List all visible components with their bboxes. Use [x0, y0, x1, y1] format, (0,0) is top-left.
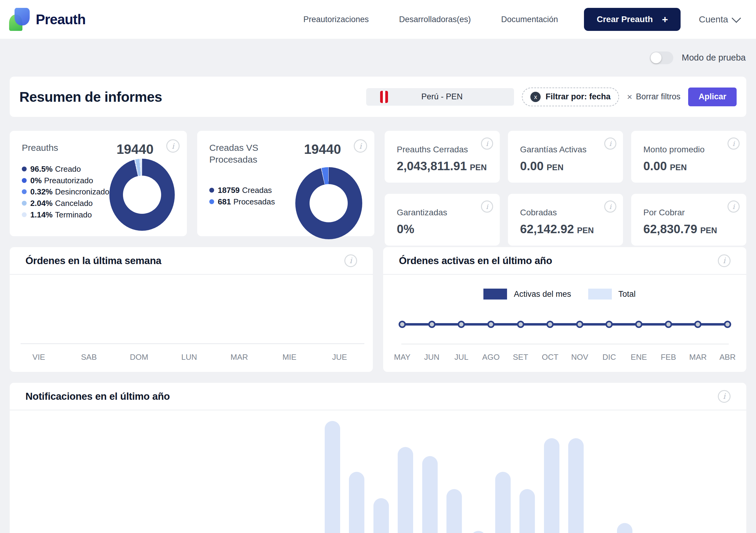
week-orders-card: Órdenes en la última semana i VIESABDOML…: [10, 247, 373, 372]
summary-row: Preauths 19440 i 96.5%Creado0%Preautoriz…: [10, 131, 746, 236]
stat-unit: PEN: [700, 226, 717, 235]
stat-value: 0%: [397, 222, 414, 236]
stat-value: 2,043,811.91: [397, 159, 467, 173]
remove-filter-icon[interactable]: x: [530, 92, 541, 102]
clear-filters-label: Borrar filtros: [636, 92, 680, 101]
legend-dot: [209, 199, 214, 204]
apply-button[interactable]: Aplicar: [688, 88, 737, 106]
axis-tick-label: VIE: [32, 353, 45, 362]
line-point: [635, 321, 642, 328]
line-point: [694, 321, 701, 328]
legend-item: 2.04%Cancelado: [22, 198, 109, 209]
axis-tick-label: MIE: [282, 353, 296, 362]
info-icon[interactable]: i: [604, 138, 616, 149]
axis-tick-label: DIC: [603, 353, 616, 362]
stat-value: 0.00: [520, 159, 544, 173]
info-icon[interactable]: i: [481, 200, 493, 213]
chart-title: Órdenes activas en el último año: [399, 255, 552, 267]
stat-title: Preauths Cerradas: [397, 145, 488, 154]
legend-item: 96.5%Creado: [22, 164, 109, 175]
nav-item-preautorizaciones[interactable]: Preautorizaciones: [303, 15, 368, 24]
axis-tick-label: NOV: [571, 353, 588, 362]
account-menu[interactable]: Cuenta: [699, 14, 740, 25]
nav-item-desarrolladoras[interactable]: Desarrolladoras(es): [399, 15, 471, 24]
legend-dot: [22, 167, 27, 172]
x-axis-labels: VIESABDOMLUNMARMIEJUE: [39, 353, 339, 361]
legend-dot: [209, 188, 214, 193]
account-label: Cuenta: [699, 14, 728, 25]
report-header-card: Resumen de informes Perú - PEN x Filtrar…: [10, 77, 746, 117]
axis-tick-label: DOM: [130, 353, 148, 362]
stat-card-preauths-cerradas: i Preauths Cerradas 2,043,811.91PEN: [385, 131, 500, 183]
stat-unit: PEN: [670, 163, 687, 172]
stat-card-garantizadas: i Garantizadas 0%: [385, 194, 500, 246]
notification-bar: [568, 438, 584, 533]
filter-by-date-chip[interactable]: x Filtrar por: fecha: [522, 88, 619, 106]
axis-tick-label: JUL: [454, 353, 468, 362]
filter-bar: Perú - PEN x Filtrar por: fecha × Borrar…: [366, 88, 737, 106]
nav-item-documentacion[interactable]: Documentación: [501, 15, 558, 24]
create-preauth-button[interactable]: Crear Preauth +: [584, 8, 681, 31]
year-active-orders-plot: Activas del mes Total MAYJUNJULAGOSETOCT…: [383, 275, 746, 372]
axis-tick-label: JUN: [424, 353, 440, 362]
line-point: [399, 321, 406, 328]
country-currency-label: Perú - PEN: [388, 92, 496, 101]
country-currency-selector[interactable]: Perú - PEN: [366, 88, 514, 106]
chart-legend: Activas del mes Total: [383, 289, 746, 300]
info-icon[interactable]: i: [354, 139, 367, 153]
logo-icon: [9, 8, 30, 31]
info-icon[interactable]: i: [604, 200, 616, 213]
line-point: [606, 321, 613, 328]
preauths-total: 19440: [117, 142, 175, 157]
notification-bar: [544, 438, 559, 533]
info-icon[interactable]: i: [166, 139, 179, 153]
preauths-legend: 96.5%Creado0%Preautorizado0.32%Desincron…: [22, 164, 109, 221]
test-mode-toggle[interactable]: [650, 51, 673, 64]
logo-text: Preauth: [36, 11, 85, 28]
info-icon[interactable]: i: [728, 200, 740, 213]
chart-title: Notificaciones en el último año: [25, 391, 170, 402]
test-mode-row: Modo de prueba: [0, 39, 756, 77]
line-point: [665, 321, 672, 328]
stats-grid: i Preauths Cerradas 2,043,811.91PEN i Ga…: [385, 131, 746, 236]
legend-item: 1.14%Terminado: [22, 209, 109, 221]
clear-filters-button[interactable]: × Borrar filtros: [627, 92, 681, 102]
stat-card-por-cobrar: i Por Cobrar 62,830.79PEN: [631, 194, 746, 246]
plus-icon: +: [662, 14, 668, 25]
stat-title: Por Cobrar: [643, 208, 734, 217]
line-series: [402, 320, 728, 328]
legend-dot: [22, 189, 27, 194]
notification-bar: [325, 421, 340, 533]
app-logo[interactable]: Preauth: [9, 8, 85, 31]
legend-text: 1.14%Terminado: [30, 209, 92, 221]
notification-bar: [495, 472, 511, 533]
info-icon[interactable]: i: [718, 254, 731, 267]
axis-tick-label: MAR: [230, 353, 248, 362]
legend-text: 0%Preautorizado: [30, 175, 93, 187]
info-icon[interactable]: i: [718, 390, 731, 403]
card-title: Creadas VS Procesadas: [209, 142, 294, 165]
donut-hole: [310, 184, 348, 222]
line-point: [546, 321, 554, 328]
legend-dot: [22, 212, 27, 217]
line-point: [517, 321, 524, 328]
charts-row: Órdenes en la última semana i VIESABDOML…: [10, 247, 746, 372]
notification-bar: [446, 489, 462, 533]
info-icon[interactable]: i: [344, 254, 357, 267]
line-path: [402, 323, 728, 326]
x-axis-line: [401, 344, 729, 344]
top-navigation-bar: Preauth Preautorizaciones Desarrolladora…: [0, 0, 756, 39]
stat-value: 0.00: [643, 159, 667, 173]
legend-text: 18759Creadas: [218, 185, 272, 196]
axis-tick-label: MAY: [394, 353, 410, 362]
info-icon[interactable]: i: [728, 138, 740, 149]
legend-label-activas: Activas del mes: [514, 289, 571, 299]
info-icon[interactable]: i: [481, 138, 493, 149]
x-axis-line: [21, 343, 364, 344]
axis-tick-label: ENE: [631, 353, 647, 362]
notification-bar: [349, 472, 364, 533]
stat-card-cobradas: i Cobradas 62,142.92PEN: [508, 194, 623, 246]
stat-card-monto-promedio: i Monto promedio 0.00PEN: [631, 131, 746, 183]
axis-tick-label: FEB: [661, 353, 676, 362]
card-title: Preauths: [22, 142, 58, 153]
